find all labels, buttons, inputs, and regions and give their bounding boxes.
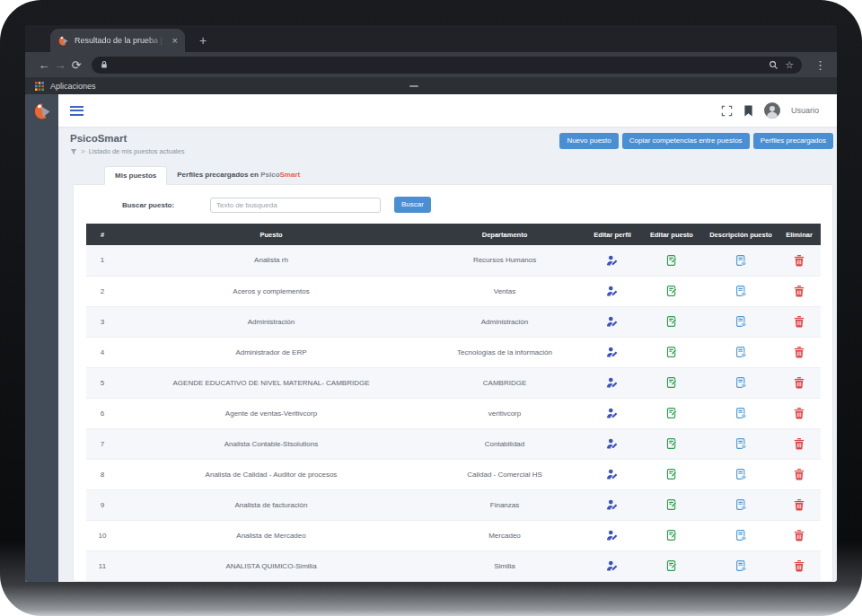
copy-competencies-button[interactable]: Copiar competencias entre puestos (622, 133, 750, 149)
table-row: 3 Administración Administración (86, 306, 821, 337)
edit-profile-button[interactable] (606, 468, 619, 480)
bookmark-apps-link[interactable]: Aplicaciones (50, 82, 96, 91)
edit-position-button[interactable] (665, 498, 678, 511)
table-row: 10 Analista de Mercadeo Mercadeo (86, 520, 821, 550)
edit-position-button[interactable] (665, 315, 678, 328)
row-number: 1 (86, 245, 119, 276)
delete-button[interactable] (794, 468, 805, 480)
delete-button[interactable] (794, 346, 805, 358)
tab-close-icon[interactable]: × (172, 36, 178, 46)
user-name-label: Usuario (791, 106, 819, 115)
table-row: 1 Analista rh Recursos Humanos (86, 245, 821, 276)
browser-tab-strip: Resultado de la prueba | Smart × + (25, 25, 837, 52)
row-departamento: Ventas (424, 276, 585, 306)
table-row: 4 Administrador de ERP Tecnologías de la… (86, 337, 821, 367)
table-body: 1 Analista rh Recursos Humanos (86, 245, 821, 581)
search-row: Buscar puesto: Buscar (86, 197, 817, 213)
column-header-editar-perfil: Editar perfil (585, 224, 639, 245)
new-position-button[interactable]: Nuevo puesto (559, 133, 618, 149)
table-row: 2 Aceros y complementos Ventas (86, 276, 821, 306)
row-puesto: Analista de facturación (119, 489, 424, 520)
delete-button[interactable] (794, 254, 805, 267)
psicosmart-logo-icon[interactable] (32, 101, 52, 121)
edit-profile-button[interactable] (606, 437, 619, 450)
edit-profile-button[interactable] (606, 346, 619, 358)
delete-button[interactable] (794, 376, 805, 389)
app-top-bar: Usuario (58, 94, 837, 127)
position-description-button[interactable] (734, 468, 747, 480)
browser-tab[interactable]: Resultado de la prueba | Smart × (50, 29, 185, 52)
edit-profile-button[interactable] (606, 254, 619, 267)
address-bar[interactable]: ☆ (92, 57, 802, 74)
delete-button[interactable] (794, 407, 805, 419)
edit-position-button[interactable] (665, 376, 678, 389)
position-description-button[interactable] (734, 285, 747, 297)
edit-position-button[interactable] (665, 407, 678, 419)
edit-profile-button[interactable] (606, 529, 619, 541)
delete-button[interactable] (794, 498, 805, 511)
edit-profile-button[interactable] (606, 559, 619, 572)
row-departamento: CAMBRIDGE (424, 367, 585, 398)
position-description-button[interactable] (734, 376, 747, 389)
hamburger-menu-icon[interactable] (70, 106, 84, 116)
apps-grid-icon[interactable] (35, 82, 44, 91)
edit-profile-button[interactable] (606, 407, 619, 419)
search-icon[interactable] (769, 60, 778, 70)
search-label: Buscar puesto: (86, 201, 210, 209)
row-puesto: ANALISTA QUIMICO-Similia (119, 550, 424, 581)
edit-position-button[interactable] (665, 437, 678, 450)
delete-button[interactable] (794, 285, 805, 297)
user-avatar[interactable] (764, 102, 780, 119)
row-puesto: Administrador de ERP (119, 337, 424, 367)
position-description-button[interactable] (734, 529, 747, 541)
position-description-button[interactable] (734, 346, 747, 358)
browser-menu-icon[interactable]: ⋮ (814, 59, 826, 71)
row-number: 6 (86, 398, 119, 428)
reload-icon[interactable]: ⟳ (68, 59, 84, 71)
row-departamento: Contabilidad (424, 428, 585, 459)
new-tab-button[interactable]: + (199, 34, 207, 47)
delete-button[interactable] (794, 529, 805, 541)
bookmarks-bar: Aplicaciones (25, 77, 837, 94)
edit-position-button[interactable] (665, 529, 678, 541)
bookmark-star-icon[interactable]: ☆ (785, 60, 794, 70)
edit-position-button[interactable] (665, 559, 678, 572)
edit-profile-button[interactable] (606, 315, 619, 328)
edit-profile-button[interactable] (606, 498, 619, 511)
search-button[interactable]: Buscar (394, 197, 431, 213)
preloaded-profiles-button[interactable]: Perfiles precargados (753, 133, 833, 149)
search-input[interactable] (210, 198, 381, 213)
forward-icon[interactable]: → (52, 59, 68, 71)
row-departamento: Calidad - Comercial HS (424, 459, 585, 489)
edit-profile-button[interactable] (606, 285, 619, 297)
edit-position-button[interactable] (665, 254, 678, 267)
table-row: 7 Analista Contable-Stsolutions Contabil… (86, 428, 821, 459)
edit-position-button[interactable] (665, 285, 678, 297)
fullscreen-icon[interactable] (721, 105, 733, 117)
delete-button[interactable] (794, 437, 805, 450)
position-description-button[interactable] (734, 254, 747, 267)
edit-position-button[interactable] (665, 346, 678, 358)
row-departamento: Finanzas (424, 489, 585, 520)
position-description-button[interactable] (734, 437, 747, 450)
edit-profile-button[interactable] (606, 376, 619, 389)
tab-mis-puestos[interactable]: Mis puestos (104, 166, 167, 185)
column-header-eliminar: Eliminar (778, 224, 821, 245)
table-row: 8 Analista de Calidad - Auditor de proce… (86, 459, 821, 489)
bookmark-ribbon-icon[interactable] (743, 105, 753, 117)
back-icon[interactable]: ← (36, 59, 52, 71)
row-number: 8 (86, 459, 119, 489)
position-description-button[interactable] (734, 559, 747, 572)
edit-position-button[interactable] (665, 468, 678, 480)
table-row: 11 ANALISTA QUIMICO-Similia Similia (86, 550, 821, 581)
position-description-button[interactable] (734, 315, 747, 328)
lock-icon[interactable] (100, 60, 109, 69)
position-description-button[interactable] (734, 498, 747, 511)
delete-button[interactable] (794, 315, 805, 328)
psicosmart-favicon-icon (57, 35, 69, 47)
position-description-button[interactable] (734, 407, 747, 419)
column-header-editar-puesto: Editar puesto (639, 224, 704, 245)
delete-button[interactable] (794, 559, 805, 572)
tab-perfiles-precargados[interactable]: Perfiles precargados en PsicoSmart (167, 166, 310, 185)
breadcrumb-label[interactable]: Listado de mis puestos actuales (89, 147, 185, 155)
